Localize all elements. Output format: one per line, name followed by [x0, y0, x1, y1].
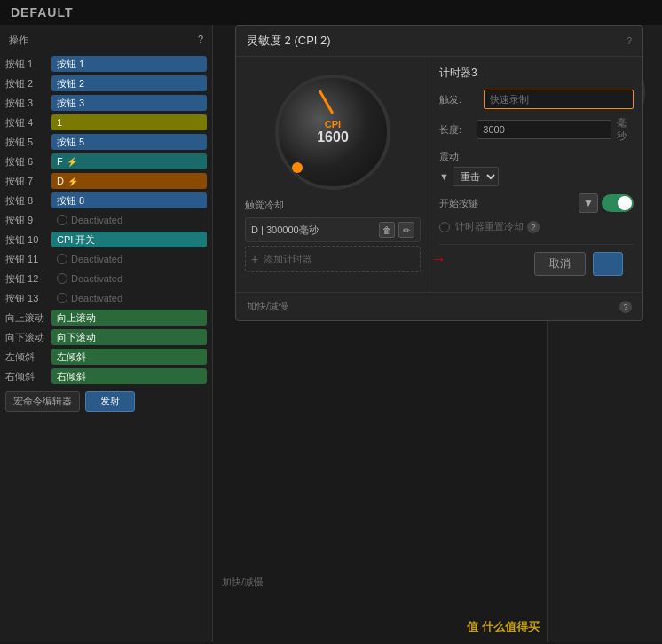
deactivated-icon-11: [57, 254, 67, 264]
sidebar-row-scroll-down[interactable]: 向下滚动 向下滚动: [0, 327, 212, 347]
modal-help-icon[interactable]: ?: [627, 35, 632, 46]
red-arrow-icon: →: [430, 250, 446, 269]
sidebar-row-3[interactable]: 按钮 3 按钮 3: [0, 93, 212, 113]
select-arrow-icon: ▼: [439, 171, 449, 182]
modal-right: 计时器3 触发: 长度: 毫秒 震动 ▼ 重击 开始按: [430, 57, 642, 292]
haptic-item: D | 300000毫秒 🗑 ✏: [245, 217, 421, 242]
modal-speed-section: 加快/减慢 ?: [236, 292, 642, 320]
modal-body: CPI 1600 触觉冷却 D | 300000毫秒 🗑 ✏ + 添加计时器 →: [236, 57, 642, 292]
vibration-select-row: ▼ 重击: [439, 167, 634, 186]
knob-container: CPI 1600: [245, 66, 421, 199]
sidebar-row-8[interactable]: 按钮 8 按钮 8: [0, 191, 212, 210]
knob-indicator: [319, 90, 335, 114]
sidebar-row-5[interactable]: 按钮 5 按钮 5: [0, 132, 212, 152]
reset-row: 计时器重置冷却 ?: [439, 220, 634, 233]
watermark: 值 什么值得买: [467, 619, 540, 635]
add-timer-label: 添加计时器: [264, 253, 312, 266]
sidebar-row-4[interactable]: 按钮 4 1: [0, 113, 212, 132]
modal-left: CPI 1600 触觉冷却 D | 300000毫秒 🗑 ✏ + 添加计时器 →: [236, 57, 430, 292]
vibration-label: 震动: [439, 150, 634, 163]
knob-dot: [292, 162, 303, 173]
sidebar-row-scroll-up[interactable]: 向上滚动 向上滚动: [0, 308, 212, 327]
sidebar-row-11[interactable]: 按钮 11 Deactivated: [0, 249, 212, 269]
modal-footer: 取消: [439, 244, 634, 283]
sidebar-row-tilt-left[interactable]: 左倾斜 左倾斜: [0, 347, 212, 366]
trigger-row: 触发:: [439, 90, 634, 109]
sidebar-row-12[interactable]: 按钮 12 Deactivated: [0, 269, 212, 288]
modal-header: 灵敏度 2 (CPI 2) ?: [236, 26, 642, 57]
confirm-button[interactable]: [593, 252, 623, 276]
reset-radio[interactable]: [439, 222, 450, 232]
toggle-group: ▼: [579, 193, 634, 213]
reset-help-icon[interactable]: ?: [527, 221, 540, 233]
modal-dialog: 灵敏度 2 (CPI 2) ? CPI 1600 触觉冷却 D | 300000…: [235, 25, 643, 321]
vibration-select[interactable]: 重击: [453, 167, 499, 186]
haptic-section-label: 触觉冷却: [245, 199, 421, 212]
duration-unit: 毫秒: [617, 116, 634, 143]
haptic-edit-button[interactable]: ✏: [398, 222, 414, 238]
timer-title: 计时器3: [439, 66, 634, 81]
deactivated-icon-9: [57, 215, 67, 225]
app-title: DEFAULT: [0, 0, 662, 25]
speed-help-icon[interactable]: ?: [619, 301, 632, 313]
sidebar-row-10[interactable]: 按钮 10 CPI 开关: [0, 230, 212, 249]
duration-row: 长度: 毫秒: [439, 116, 634, 143]
start-key-row: 开始按键 ▼: [439, 193, 634, 213]
trigger-label: 触发:: [439, 93, 484, 106]
lightning-icon-7: ⚡: [67, 177, 78, 186]
haptic-delete-button[interactable]: 🗑: [379, 222, 395, 238]
sidebar-row-6[interactable]: 按钮 6 F ⚡: [0, 152, 212, 171]
reset-label: 计时器重置冷却: [455, 220, 524, 233]
modal-title: 灵敏度 2 (CPI 2): [247, 33, 331, 49]
knob-label: CPI: [325, 119, 341, 130]
deactivated-icon-12: [57, 273, 67, 284]
trigger-input[interactable]: [484, 90, 634, 109]
add-timer-button[interactable]: + 添加计时器 →: [245, 246, 421, 272]
knob-value: 1600: [317, 130, 349, 145]
down-arrow-button[interactable]: ▼: [579, 193, 598, 213]
fire-button[interactable]: 发射: [85, 391, 135, 412]
sidebar-row-13[interactable]: 按钮 13 Deactivated: [0, 288, 212, 308]
sidebar-row-1[interactable]: 按钮 1 按钮 1: [0, 54, 212, 74]
duration-input[interactable]: [477, 120, 611, 139]
sidebar-header: 操作 ?: [0, 30, 212, 54]
start-key-label: 开始按键: [439, 197, 579, 210]
sidebar-row-9[interactable]: 按钮 9 Deactivated: [0, 210, 212, 230]
haptic-item-text: D | 300000毫秒: [251, 224, 379, 237]
sidebar-row-7[interactable]: 按钮 7 D ⚡: [0, 171, 212, 191]
sidebar-row-2[interactable]: 按钮 2 按钮 2: [0, 74, 212, 93]
cancel-button[interactable]: 取消: [534, 252, 586, 276]
duration-label: 长度:: [439, 123, 477, 137]
sidebar: 操作 ? 按钮 1 按钮 1 按钮 2 按钮 2 按钮 3 按钮 3 按钮 4 …: [0, 25, 213, 642]
deactivated-icon-13: [57, 293, 67, 303]
toggle-switch[interactable]: [602, 194, 634, 212]
cpi-knob[interactable]: CPI 1600: [275, 75, 390, 190]
macro-editor-button[interactable]: 宏命令编辑器: [5, 391, 80, 412]
add-icon: +: [251, 252, 258, 266]
sidebar-row-tilt-right[interactable]: 右倾斜 右倾斜: [0, 366, 212, 386]
lightning-icon-6: ⚡: [67, 157, 77, 167]
vibration-section: 震动 ▼ 重击: [439, 150, 634, 186]
sidebar-help[interactable]: ?: [198, 34, 203, 44]
speed-label-left: 加快/减慢: [222, 576, 264, 589]
speed-label: 加快/减慢: [247, 300, 288, 313]
